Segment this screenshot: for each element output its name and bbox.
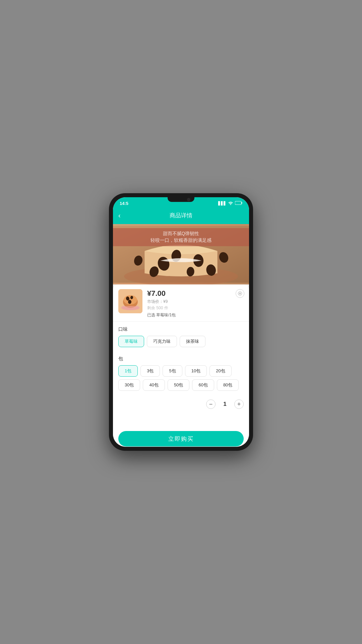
buy-now-button[interactable]: 立即购买 <box>118 431 244 446</box>
flavor-section: 口味 草莓味巧克力味抹茶味 <box>113 322 249 351</box>
battery-icon <box>235 201 242 206</box>
product-tagline-2: 轻咬一口，软糯香甜的满足感 <box>118 237 244 244</box>
pack-option-3[interactable]: 3包 <box>140 365 160 377</box>
svg-rect-2 <box>236 202 239 204</box>
flavor-option-matcha[interactable]: 抹茶味 <box>180 336 205 347</box>
product-details: ¥7.00 市场价：¥9 剩余 500 件 已选 草莓味/1包 <box>147 289 244 318</box>
quantity-row: − 1 + <box>113 395 249 414</box>
flavor-option-chocolate[interactable]: 巧克力味 <box>147 336 177 347</box>
pack-option-30[interactable]: 30包 <box>118 379 140 391</box>
svg-point-19 <box>128 300 131 304</box>
quantity-value: 1 <box>221 401 229 408</box>
flavor-label: 口味 <box>118 326 244 332</box>
pack-option-80[interactable]: 80包 <box>217 379 239 391</box>
bottom-sheet: ¥7.00 市场价：¥9 剩余 500 件 已选 草莓味/1包 口味 <box>113 284 249 447</box>
pack-options: 1包3包5包10包20包30包40包50包60包80包 <box>118 365 244 391</box>
pack-option-50[interactable]: 50包 <box>168 379 189 391</box>
page-title: 商品详情 <box>170 212 192 219</box>
pack-section: 包 1包3包5包10包20包30包40包50包60包80包 <box>113 351 249 395</box>
pack-option-60[interactable]: 60包 <box>192 379 214 391</box>
back-button[interactable]: ‹ <box>118 212 121 219</box>
quantity-plus-button[interactable]: + <box>234 399 244 409</box>
signal-icon: ▋▋▋ <box>218 201 226 206</box>
product-info-row: ¥7.00 市场价：¥9 剩余 500 件 已选 草莓味/1包 <box>113 284 249 322</box>
product-price: ¥7.00 <box>147 289 244 298</box>
app-header: ‹ 商品详情 <box>113 209 249 224</box>
product-thumbnail <box>118 289 142 313</box>
market-price: 市场价：¥9 <box>147 299 244 305</box>
stock-info: 剩余 500 件 <box>147 305 244 311</box>
status-icons: ▋▋▋ <box>218 201 242 206</box>
pack-option-10[interactable]: 10包 <box>185 365 207 377</box>
pack-option-40[interactable]: 40包 <box>143 379 165 391</box>
quantity-minus-button[interactable]: − <box>206 399 216 409</box>
flavor-options: 草莓味巧克力味抹茶味 <box>118 336 244 347</box>
close-button[interactable] <box>236 289 244 298</box>
product-overlay-text: 甜而不腻Q弹韧性 轻咬一口，软糯香甜的满足感 <box>113 228 249 246</box>
product-image-area: 甜而不腻Q弹韧性 轻咬一口，软糯香甜的满足感 <box>113 224 249 284</box>
buy-button-container: 立即购买 <box>113 427 249 447</box>
pack-option-20[interactable]: 20包 <box>209 365 231 377</box>
product-tagline-1: 甜而不腻Q弹韧性 <box>118 231 244 237</box>
svg-rect-1 <box>242 202 242 204</box>
status-time: 14:5 <box>120 201 128 206</box>
pack-option-1[interactable]: 1包 <box>118 365 138 377</box>
pack-option-5[interactable]: 5包 <box>163 365 182 377</box>
wifi-icon <box>228 201 233 206</box>
selected-info: 已选 草莓味/1包 <box>147 312 244 318</box>
flavor-option-strawberry[interactable]: 草莓味 <box>118 336 144 347</box>
svg-point-20 <box>122 306 139 310</box>
pack-label: 包 <box>118 356 244 362</box>
